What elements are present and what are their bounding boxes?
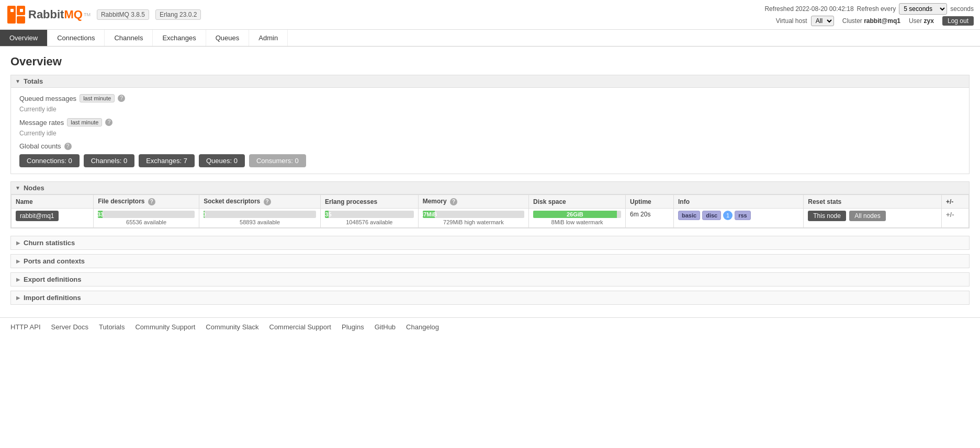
cluster-info: Cluster rabbit@mq1	[842, 17, 900, 25]
channels-count[interactable]: Channels: 0	[84, 154, 134, 167]
totals-section-body: Queued messages last minute ? Currently …	[10, 88, 970, 174]
memory-cell: 87MiB 729MiB high watermark	[418, 209, 528, 228]
badge-basic: basic	[678, 211, 700, 220]
nav-connections[interactable]: Connections	[48, 30, 105, 46]
virtual-host-select[interactable]: All	[811, 16, 834, 26]
memory-watermark: 729MiB high watermark	[423, 219, 524, 225]
logo-area: Rabbit MQ TM RabbitMQ 3.8.5 Erlang 23.0.…	[6, 5, 201, 25]
nav-admin[interactable]: Admin	[249, 30, 288, 46]
erlang-processes-fill: 435	[325, 211, 329, 218]
nav-channels[interactable]: Channels	[105, 30, 153, 46]
nav-queues[interactable]: Queues	[206, 30, 250, 46]
badge-rss: rss	[735, 211, 751, 220]
churn-statistics-title: Churn statistics	[24, 239, 75, 247]
memory-bar: 87MiB	[423, 211, 524, 218]
all-nodes-button[interactable]: All nodes	[849, 211, 885, 221]
col-uptime: Uptime	[626, 195, 674, 209]
logo-rabbit-text: Rabbit	[28, 8, 64, 21]
logo-mq-text: MQ	[64, 8, 82, 21]
logout-button[interactable]: Log out	[942, 16, 974, 26]
churn-statistics-section: ▶ Churn statistics	[10, 236, 970, 250]
queued-messages-help[interactable]: ?	[118, 95, 125, 102]
col-info: Info	[674, 195, 804, 209]
connections-count[interactable]: Connections: 0	[19, 154, 80, 167]
queues-count[interactable]: Queues: 0	[199, 154, 245, 167]
exchanges-count[interactable]: Exchanges: 7	[139, 154, 195, 167]
currently-idle-2: Currently idle	[19, 130, 961, 137]
user-info: User zyx	[909, 17, 934, 25]
file-descriptors-cell: 33 65536 available	[94, 209, 199, 228]
nodes-section-header[interactable]: ▼ Nodes	[10, 181, 970, 194]
footer-github[interactable]: GitHub	[375, 323, 396, 331]
refreshed-timestamp: Refreshed 2022-08-20 00:42:18	[764, 5, 853, 13]
ports-contexts-header[interactable]: ▶ Ports and contexts	[10, 254, 970, 268]
footer-http-api[interactable]: HTTP API	[10, 323, 41, 331]
ports-arrow-icon: ▶	[16, 258, 20, 264]
totals-arrow-icon: ▼	[15, 78, 20, 84]
churn-statistics-header[interactable]: ▶ Churn statistics	[10, 236, 970, 250]
file-descriptors-bar: 33	[98, 211, 195, 218]
counts-row: Connections: 0 Channels: 0 Exchanges: 7 …	[19, 154, 961, 167]
message-rates-help[interactable]: ?	[105, 119, 112, 126]
rabbitmq-version: RabbitMQ 3.8.5	[97, 9, 149, 20]
reset-stats-cell: This node All nodes	[804, 209, 942, 228]
churn-arrow-icon: ▶	[16, 240, 20, 246]
global-counts-label: Global counts	[19, 142, 61, 150]
export-definitions-title: Export definitions	[24, 275, 82, 283]
socket-descriptors-help[interactable]: ?	[264, 198, 271, 205]
footer-tutorials[interactable]: Tutorials	[99, 323, 125, 331]
rabbitmq-logo-icon	[6, 5, 26, 25]
disk-space-cell: 26GiB 8MiB low watermark	[529, 209, 626, 228]
import-arrow-icon: ▶	[16, 295, 20, 301]
footer-commercial-support[interactable]: Commercial Support	[269, 323, 332, 331]
totals-section-title: Totals	[24, 77, 43, 85]
ports-contexts-title: Ports and contexts	[24, 257, 85, 265]
top-right-info: Refreshed 2022-08-20 00:42:18 Refresh ev…	[764, 3, 974, 26]
footer-server-docs[interactable]: Server Docs	[51, 323, 89, 331]
import-definitions-title: Import definitions	[24, 294, 81, 302]
col-erlang-processes: Erlang processes	[321, 195, 419, 209]
refresh-select[interactable]: 5 seconds10 seconds30 seconds60 secondsN…	[899, 3, 947, 15]
export-definitions-header[interactable]: ▶ Export definitions	[10, 272, 970, 286]
refresh-label: Refresh every	[857, 5, 896, 13]
import-definitions-header[interactable]: ▶ Import definitions	[10, 291, 970, 305]
socket-descriptors-bar: 0	[204, 211, 316, 218]
memory-help[interactable]: ?	[450, 198, 457, 205]
message-rates-badge: last minute	[67, 118, 102, 127]
message-rates-row: Message rates last minute ?	[19, 118, 961, 127]
nav-overview[interactable]: Overview	[0, 30, 48, 46]
disk-space-bar: 26GiB	[533, 211, 621, 218]
global-counts-help[interactable]: ?	[64, 143, 72, 150]
import-definitions-section: ▶ Import definitions	[10, 291, 970, 305]
socket-descriptors-available: 58893 available	[204, 219, 316, 225]
this-node-button[interactable]: This node	[808, 211, 846, 221]
erlang-processes-bar: 435	[325, 211, 414, 218]
node-name-cell: rabbit@mq1	[12, 209, 94, 228]
uptime-cell: 6m 20s	[626, 209, 674, 228]
footer-changelog[interactable]: Changelog	[406, 323, 439, 331]
nodes-section: ▼ Nodes Name File descriptors ? Socket d…	[10, 181, 970, 228]
logo-tm: TM	[84, 12, 91, 17]
col-memory: Memory ?	[418, 195, 528, 209]
file-descriptors-help[interactable]: ?	[148, 198, 155, 205]
footer: HTTP API Server Docs Tutorials Community…	[0, 317, 980, 336]
disk-space-fill: 26GiB	[533, 211, 617, 218]
table-row: rabbit@mq1 33 65536 available 0	[12, 209, 969, 228]
totals-section: ▼ Totals Queued messages last minute ? C…	[10, 75, 970, 174]
badge-disc: disc	[702, 211, 721, 220]
consumers-count[interactable]: Consumers: 0	[249, 154, 306, 167]
footer-community-support[interactable]: Community Support	[135, 323, 195, 331]
socket-descriptors-fill: 0	[204, 211, 205, 218]
totals-section-header[interactable]: ▼ Totals	[10, 75, 970, 88]
col-file-descriptors: File descriptors ?	[94, 195, 199, 209]
disk-space-watermark: 8MiB low watermark	[533, 219, 621, 225]
virtual-host-label: Virtual host All	[776, 16, 834, 26]
footer-community-slack[interactable]: Community Slack	[206, 323, 258, 331]
svg-rect-0	[7, 6, 16, 24]
info-cell: basic disc 1 rss	[674, 209, 804, 228]
queued-messages-badge: last minute	[80, 94, 115, 102]
plus-minus-cell: +/-	[942, 209, 969, 228]
nav-exchanges[interactable]: Exchanges	[153, 30, 206, 46]
footer-plugins[interactable]: Plugins	[342, 323, 364, 331]
badge-num: 1	[723, 211, 733, 220]
